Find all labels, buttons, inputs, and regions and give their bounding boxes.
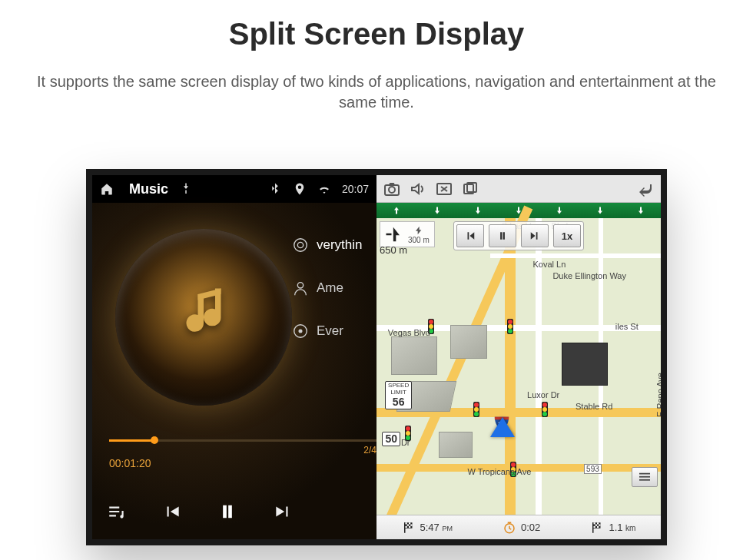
home-icon[interactable] [100, 182, 114, 196]
map-menu-button[interactable] [632, 467, 658, 487]
track-title: verythin [317, 237, 363, 253]
eta: 5:47 PM [402, 521, 453, 535]
trip-duration: 0:02 [503, 521, 540, 535]
sim-skip-button[interactable] [521, 224, 549, 247]
svg-rect-16 [405, 522, 406, 524]
progress-area: 2/4 00:01:20 [109, 439, 376, 469]
status-bar: Music 20:07 [92, 175, 376, 203]
location-icon [293, 182, 307, 196]
svg-point-1 [294, 239, 307, 252]
speed-sign: 50 [382, 432, 400, 446]
album-icon [292, 323, 309, 340]
traffic-light-icon [473, 402, 479, 417]
nav-toolbar [376, 175, 661, 203]
lane-arrow [376, 203, 417, 218]
prev-button[interactable] [161, 501, 183, 522]
track-album: Ever [317, 323, 343, 339]
svg-rect-18 [406, 524, 408, 525]
street-label: E Reno Ave [655, 373, 661, 417]
now-playing-icon [292, 237, 309, 253]
sim-pause-button севере[interactable] [489, 224, 516, 247]
playlist-button[interactable] [106, 501, 128, 522]
track-artist: Ame [317, 280, 343, 296]
svg-rect-29 [594, 525, 595, 527]
lane-arrow [417, 203, 458, 218]
bluetooth-icon [268, 182, 282, 196]
building-icon [391, 336, 437, 375]
wifi-icon [317, 182, 331, 196]
track-row-artist[interactable]: Ame [292, 280, 376, 297]
sim-restart-button[interactable] [456, 224, 484, 247]
pause-button[interactable] [217, 501, 238, 522]
track-counter: 2/4 [109, 445, 376, 456]
sim-speed-button[interactable]: 1x [553, 224, 581, 247]
app-label: Music [129, 181, 168, 197]
building-icon [450, 325, 487, 359]
street-label: Vegas Blvd [388, 328, 430, 337]
street-label: Koval Ln [533, 260, 566, 269]
svg-rect-28 [599, 524, 601, 525]
svg-rect-19 [410, 524, 412, 525]
map-canvas[interactable]: S Las Vegas Blvd Koval Ln Duke Ellington… [376, 218, 661, 515]
street-label: iles St [615, 322, 639, 331]
street-label: Duke Ellington Way [552, 271, 626, 280]
lane-arrow [579, 203, 620, 218]
street-label: W Tropicana Ave [467, 467, 531, 476]
distance-remaining: 650 m [380, 244, 407, 256]
track-row-album[interactable]: Ever [292, 323, 376, 340]
back-icon[interactable] [636, 180, 655, 198]
next-button[interactable] [272, 501, 294, 522]
playback-controls [106, 501, 376, 522]
svg-rect-24 [592, 522, 594, 533]
volume-icon[interactable] [409, 180, 427, 198]
speed-limit-sign: SPEED LIMIT 56 [385, 381, 412, 409]
usb-icon [179, 182, 193, 196]
svg-rect-15 [404, 522, 406, 533]
svg-rect-17 [409, 522, 410, 524]
time-elapsed: 00:01:20 [109, 457, 376, 469]
lane-arrow [539, 203, 579, 218]
svg-rect-11 [639, 473, 650, 475]
lane-arrow [620, 203, 661, 218]
street-label: Luxor Dr [527, 390, 559, 399]
nav-bottom-bar: 5:47 PM 0:02 1.1 km [376, 515, 661, 539]
page-title: Split Screen Display [0, 17, 753, 51]
svg-rect-25 [594, 522, 595, 524]
svg-point-0 [297, 242, 303, 247]
svg-point-4 [299, 330, 302, 333]
svg-rect-21 [409, 525, 410, 527]
svg-rect-12 [639, 476, 650, 478]
turn-indicator: 300 m [380, 221, 435, 247]
svg-point-6 [389, 187, 395, 193]
street-label: Stable Rd [576, 402, 612, 411]
navigation-pane: S Las Vegas Blvd Koval Ln Duke Ellington… [376, 175, 661, 539]
clock: 20:07 [342, 183, 369, 195]
svg-rect-13 [639, 479, 650, 481]
track-list: verythin Ame Ever [292, 237, 376, 340]
building-icon [562, 343, 608, 386]
device-frame: Music 20:07 [86, 169, 667, 545]
seek-bar[interactable] [109, 439, 376, 442]
lane-arrow [458, 203, 499, 218]
traffic-light-icon [542, 402, 548, 417]
close-window-icon[interactable] [435, 180, 453, 198]
route-shield: 593 [584, 464, 602, 474]
music-pane: Music 20:07 [92, 175, 376, 539]
traffic-light-icon [507, 319, 513, 334]
recent-apps-icon[interactable] [461, 180, 479, 198]
svg-point-2 [297, 283, 303, 288]
svg-rect-26 [597, 522, 599, 524]
svg-rect-20 [405, 525, 406, 527]
svg-rect-27 [595, 524, 597, 525]
simulation-controls: 1x [453, 221, 584, 250]
trip-distance: 1.1 km [590, 521, 635, 535]
vehicle-cursor-icon [490, 417, 515, 437]
album-art [115, 229, 292, 406]
track-row-now[interactable]: verythin [292, 237, 376, 253]
svg-rect-30 [597, 525, 599, 527]
artist-icon [292, 280, 309, 297]
camera-icon[interactable] [383, 180, 401, 198]
page-subtitle: It supports the same screen display of t… [29, 71, 724, 113]
building-icon [439, 432, 473, 458]
